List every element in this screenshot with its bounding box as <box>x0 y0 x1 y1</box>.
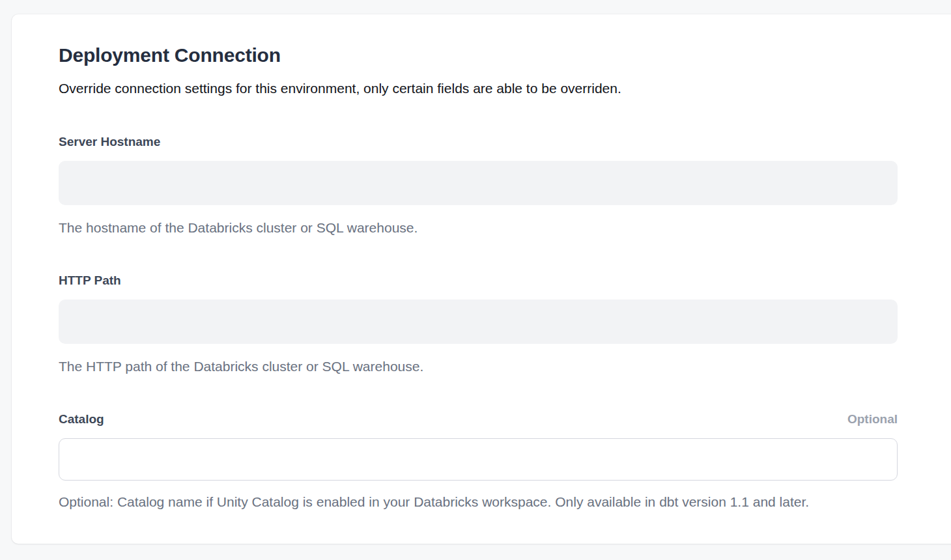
server-hostname-field-group: Server Hostname The hostname of the Data… <box>59 134 898 236</box>
catalog-label-row: Catalog Optional <box>59 412 898 427</box>
http-path-label-row: HTTP Path <box>59 273 898 288</box>
http-path-input <box>59 300 898 344</box>
server-hostname-helper: The hostname of the Databricks cluster o… <box>59 219 898 236</box>
page-subtitle: Override connection settings for this en… <box>59 79 898 98</box>
page-title: Deployment Connection <box>59 43 898 68</box>
catalog-helper: Optional: Catalog name if Unity Catalog … <box>59 493 898 511</box>
catalog-field-group: Catalog Optional Optional: Catalog name … <box>59 412 898 511</box>
server-hostname-input <box>59 161 898 205</box>
http-path-helper: The HTTP path of the Databricks cluster … <box>59 357 898 375</box>
catalog-optional-tag: Optional <box>847 412 898 427</box>
catalog-label: Catalog <box>59 412 104 427</box>
card-content: Deployment Connection Override connectio… <box>59 43 898 511</box>
http-path-field-group: HTTP Path The HTTP path of the Databrick… <box>59 273 898 375</box>
server-hostname-label-row: Server Hostname <box>59 134 898 150</box>
deployment-connection-card: Deployment Connection Override connectio… <box>12 14 951 544</box>
server-hostname-label: Server Hostname <box>59 134 160 150</box>
http-path-label: HTTP Path <box>59 273 121 288</box>
catalog-input[interactable] <box>59 438 898 481</box>
